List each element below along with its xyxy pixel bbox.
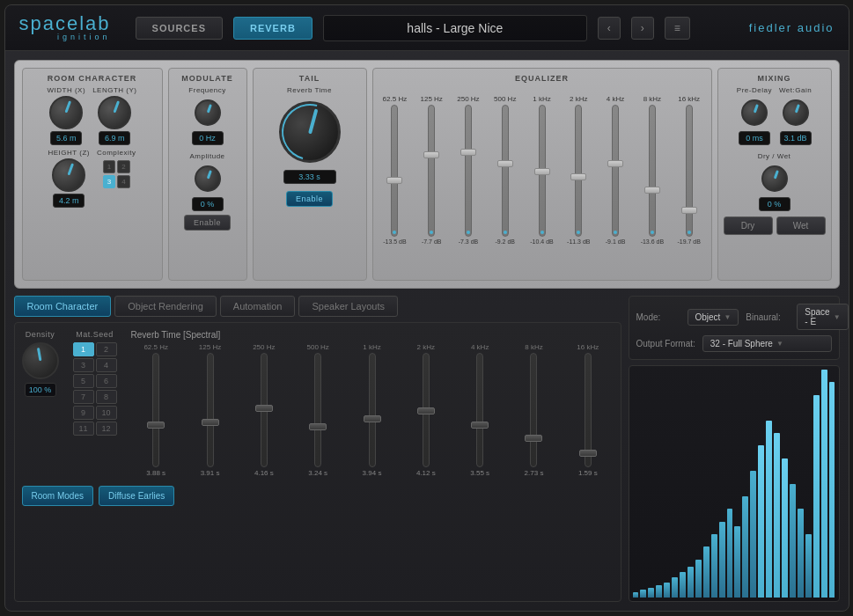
eq-band-1-value: -13.5 dB — [383, 238, 406, 245]
header: spacelab ignition SOURCES REVERB halls -… — [5, 5, 849, 51]
mat-btn-1[interactable]: 1 — [73, 342, 94, 356]
wet-button[interactable]: Wet — [776, 216, 826, 235]
mat-btn-3[interactable]: 3 — [73, 358, 94, 372]
eq-band-2-track[interactable] — [428, 105, 435, 237]
viz-bar-17 — [766, 421, 772, 598]
viz-bar-7 — [688, 567, 694, 598]
eq-band-6-track[interactable] — [575, 105, 582, 237]
length-knob[interactable] — [98, 96, 131, 129]
spectral-band-8-track[interactable] — [530, 353, 537, 467]
spectral-band-2-label: 125 Hz — [199, 343, 221, 351]
viz-bar-8 — [695, 560, 702, 598]
eq-band-1-track[interactable] — [391, 105, 398, 237]
viz-bar-5 — [672, 577, 678, 598]
nav-menu-button[interactable]: ≡ — [665, 17, 690, 40]
viz-bar-6 — [680, 572, 686, 598]
dry-button[interactable]: Dry — [724, 216, 773, 235]
bottom-section: Room Character Object Rendering Automati… — [14, 296, 840, 602]
spectral-band-2-track[interactable] — [207, 353, 214, 467]
spectral-band-4: 500 Hz 3.24 s — [293, 343, 343, 477]
amp-knob[interactable] — [195, 165, 221, 192]
complexity-btn-1[interactable]: 1 — [103, 160, 115, 173]
diffuse-earlies-button[interactable]: Diffuse Earlies — [99, 486, 174, 506]
mat-btn-6[interactable]: 6 — [96, 374, 117, 388]
complexity-btn-3[interactable]: 3 — [103, 175, 115, 188]
mat-btn-11[interactable]: 11 — [73, 422, 94, 436]
mat-btn-10[interactable]: 10 — [96, 406, 117, 420]
tab-object-rendering[interactable]: Object Rendering — [114, 296, 217, 317]
mat-btn-4[interactable]: 4 — [96, 358, 117, 372]
eq-band-2-label: 125 Hz — [420, 95, 442, 103]
mixing-knobs: Pre-Delay 0 ms Wet:Gain 3.1 dB — [724, 86, 826, 145]
mat-btn-7[interactable]: 7 — [73, 390, 94, 404]
length-knob-group: LENGTH (Y) 6.9 m — [92, 86, 136, 145]
dry-wet-knob[interactable] — [761, 165, 788, 192]
freq-knob[interactable] — [195, 99, 221, 126]
mode-dropdown[interactable]: Object ▼ — [688, 309, 739, 326]
output-dropdown[interactable]: 32 - Full Sphere ▼ — [702, 335, 832, 352]
tab-automation[interactable]: Automation — [220, 296, 296, 317]
nav-next-button[interactable]: › — [631, 17, 654, 40]
width-knob[interactable] — [49, 96, 83, 129]
spectral-band-9-value: 1.59 s — [578, 469, 598, 477]
spectral-band-9-track[interactable] — [585, 353, 592, 467]
spectral-band-9: 16 kHz 1.59 s — [563, 343, 613, 477]
spectral-section: Reverb Time [Spectral] 62.5 Hz 3.88 s — [131, 330, 614, 477]
spectral-band-3-value: 4.16 s — [254, 469, 274, 477]
spectral-band-6-track[interactable] — [423, 353, 430, 467]
mat-btn-8[interactable]: 8 — [96, 390, 117, 404]
spectral-band-5-track[interactable] — [369, 353, 376, 467]
spectral-band-1-track[interactable] — [152, 353, 159, 467]
eq-band-3-track[interactable] — [465, 105, 472, 237]
complexity-btn-4[interactable]: 4 — [117, 175, 129, 188]
spectral-band-7-track[interactable] — [476, 353, 483, 467]
nav-prev-button[interactable]: ‹ — [598, 17, 621, 40]
mat-btn-2[interactable]: 2 — [96, 342, 117, 356]
mat-seed-group: Mat.Seed 1 2 3 4 5 6 7 8 9 — [73, 330, 117, 436]
eq-band-8-value: -13.6 dB — [641, 238, 664, 245]
viz-bar-20 — [790, 484, 796, 598]
predelay-knob[interactable] — [741, 99, 768, 126]
tab-bar: Room Character Object Rendering Automati… — [14, 296, 621, 317]
eq-band-3-value: -7.3 dB — [459, 238, 479, 245]
mode-label: Mode: — [636, 312, 680, 322]
spectral-band-5: 1 kHz 3.94 s — [347, 343, 397, 477]
freq-value: 0 Hz — [192, 131, 224, 145]
spectral-band-4-track[interactable] — [314, 353, 321, 467]
mat-btn-9[interactable]: 9 — [73, 406, 94, 420]
eq-band-9: 16 kHz -19.7 dB — [673, 95, 706, 245]
eq-band-5-track[interactable] — [539, 105, 546, 237]
tail-enable-button[interactable]: Enable — [286, 191, 333, 207]
bottom-right: Mode: Object ▼ Binaural: Space - E ▼ Out… — [629, 296, 840, 602]
tab-room-character[interactable]: Room Character — [14, 296, 112, 317]
eq-band-4: 500 Hz -9.2 dB — [489, 95, 522, 245]
mat-btn-12[interactable]: 12 — [96, 422, 117, 436]
binaural-dropdown[interactable]: Space - E ▼ — [797, 304, 848, 330]
tab-speaker-layouts[interactable]: Speaker Layouts — [298, 296, 398, 317]
modulate-enable-button[interactable]: Enable — [184, 215, 231, 231]
wet-gain-knob[interactable] — [783, 99, 809, 126]
density-knob[interactable] — [22, 342, 59, 379]
complexity-btn-2[interactable]: 2 — [117, 160, 129, 173]
mixing-section: MIXING Pre-Delay 0 ms Wet:Gain 3.1 dB Dr… — [717, 68, 832, 281]
reverb-time-knob[interactable] — [279, 101, 341, 163]
spectral-band-3-track[interactable] — [261, 353, 268, 467]
reverb-button[interactable]: REVERB — [233, 17, 313, 40]
eq-band-7-track[interactable] — [612, 105, 619, 237]
mat-btn-5[interactable]: 5 — [73, 374, 94, 388]
room-modes-button[interactable]: Room Modes — [22, 486, 93, 506]
room-character-section: ROOM CHARACTER WIDTH (X) 5.6 m LENGTH (Y… — [22, 68, 163, 281]
mat-seed-label: Mat.Seed — [76, 330, 114, 339]
height-label: HEIGHT (Z) — [48, 149, 90, 157]
viz-bar-3 — [656, 585, 662, 598]
eq-band-9-track[interactable] — [686, 105, 693, 237]
sources-button[interactable]: SOURCES — [136, 17, 223, 40]
predelay-label: Pre-Delay — [737, 86, 772, 94]
mode-dropdown-arrow: ▼ — [724, 313, 731, 321]
eq-band-8-track[interactable] — [649, 105, 656, 237]
eq-band-4-track[interactable] — [502, 105, 509, 237]
eq-band-3-label: 250 Hz — [457, 95, 479, 103]
height-knob[interactable] — [52, 158, 85, 192]
equalizer-title: EQUALIZER — [379, 74, 706, 83]
viz-bar-19 — [782, 458, 788, 598]
